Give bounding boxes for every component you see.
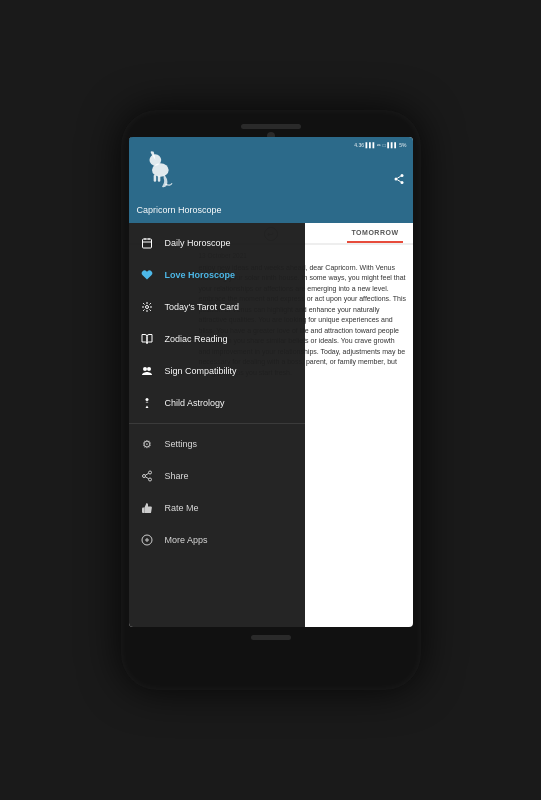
drawer-capricorn-logo — [137, 145, 187, 195]
home-bar — [251, 635, 291, 640]
drawer-item-tarot[interactable]: Today's Tarot Card — [129, 291, 305, 323]
drawer-item-child[interactable]: Child Astrology — [129, 387, 305, 419]
svg-point-17 — [145, 306, 148, 309]
svg-rect-13 — [142, 239, 151, 248]
drawer-item-zodiac[interactable]: Zodiac Reading — [129, 323, 305, 355]
svg-point-5 — [394, 178, 397, 181]
svg-line-25 — [145, 473, 148, 475]
svg-point-10 — [149, 154, 161, 166]
drawer-header: Capricorn Horoscope — [129, 137, 305, 223]
phone-screen: 2:58 4.36 ▌▌▌ ✏ □ ▌▌▌ 5% — [129, 137, 413, 627]
svg-point-19 — [147, 367, 151, 371]
drawer-label-more: More Apps — [165, 535, 208, 545]
thumbsup-icon — [139, 500, 155, 516]
drawer-item-daily[interactable]: Daily Horoscope — [129, 227, 305, 259]
drawer-share-icon — [139, 468, 155, 484]
svg-rect-12 — [157, 176, 160, 182]
svg-point-23 — [148, 478, 151, 481]
drawer-title: Capricorn Horoscope — [137, 205, 297, 215]
svg-rect-11 — [153, 175, 156, 182]
svg-point-20 — [145, 398, 148, 401]
more-apps-icon — [139, 532, 155, 548]
svg-point-6 — [400, 181, 403, 184]
drawer-label-tarot: Today's Tarot Card — [165, 302, 240, 312]
drawer-item-more[interactable]: More Apps — [129, 524, 305, 556]
drawer-item-share[interactable]: Share — [129, 460, 305, 492]
svg-point-21 — [148, 471, 151, 474]
heart-icon — [139, 267, 155, 283]
drawer-item-settings[interactable]: ⚙ Settings — [129, 428, 305, 460]
svg-point-18 — [143, 367, 147, 371]
tab-tomorrow[interactable]: TOMORROW — [347, 223, 402, 243]
drawer-label-daily: Daily Horoscope — [165, 238, 231, 248]
book-icon — [139, 331, 155, 347]
drawer-label-rate: Rate Me — [165, 503, 199, 513]
settings-icon: ⚙ — [139, 436, 155, 452]
svg-point-22 — [142, 475, 145, 478]
svg-line-8 — [397, 176, 400, 178]
svg-line-7 — [397, 180, 400, 182]
drawer-item-rate[interactable]: Rate Me — [129, 492, 305, 524]
status-icons: 4.36 ▌▌▌ ✏ □ ▌▌▌ 5% — [354, 142, 406, 148]
drawer-divider — [129, 423, 305, 424]
nav-drawer: Capricorn Horoscope Daily Horoscope — [129, 137, 305, 627]
tarot-icon — [139, 299, 155, 315]
calendar-icon — [139, 235, 155, 251]
svg-line-24 — [145, 477, 148, 479]
child-icon — [139, 395, 155, 411]
drawer-label-child: Child Astrology — [165, 398, 225, 408]
drawer-label-share: Share — [165, 471, 189, 481]
drawer-menu: Daily Horoscope Love Horoscope — [129, 223, 305, 627]
drawer-label-love: Love Horoscope — [165, 270, 236, 280]
phone-speaker — [241, 124, 301, 129]
drawer-label-settings: Settings — [165, 439, 198, 449]
drawer-label-zodiac: Zodiac Reading — [165, 334, 228, 344]
drawer-item-compatibility[interactable]: Sign Compatibility — [129, 355, 305, 387]
compatibility-icon — [139, 363, 155, 379]
drawer-label-compatibility: Sign Compatibility — [165, 366, 237, 376]
share-icon[interactable] — [393, 173, 405, 188]
signal-text: 4.36 ▌▌▌ ✏ □ ▌▌▌ 5% — [354, 142, 406, 148]
svg-point-4 — [400, 174, 403, 177]
phone-device: 2:58 4.36 ▌▌▌ ✏ □ ▌▌▌ 5% — [121, 110, 421, 690]
drawer-item-love[interactable]: Love Horoscope — [129, 259, 305, 291]
